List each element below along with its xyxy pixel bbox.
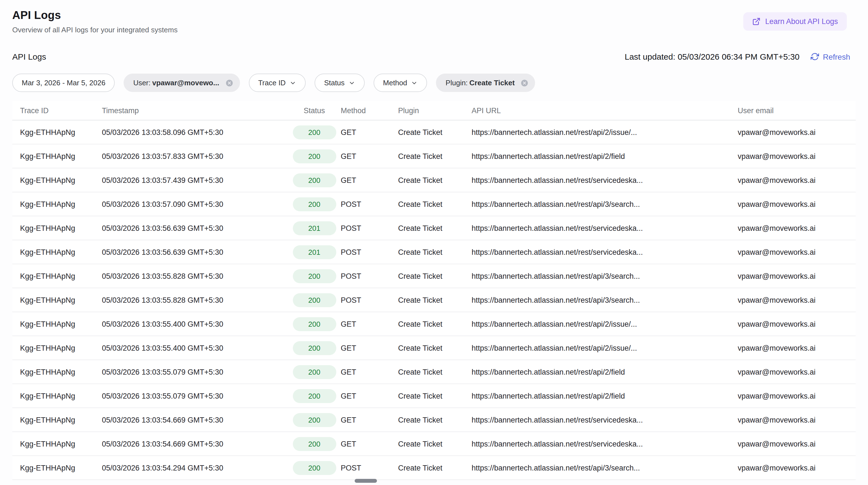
status-badge: 200 [292,293,336,307]
trace-id-cell: Kgg-ETHHApNg [12,384,102,408]
trace-id-cell: Kgg-ETHHApNg [12,120,102,144]
status-badge: 200 [292,125,336,139]
updated-group: Last updated: 05/03/2026 06:34 PM GMT+5:… [625,52,856,61]
table-header: Trace ID Timestamp Status Method Plugin … [12,101,856,120]
user-email-cell: vpawar@moveworks.ai [738,456,856,480]
status-cell: 201 [288,216,341,240]
timestamp-cell: 05/03/2026 13:03:55.400 GMT+5:30 [102,312,288,336]
api-url-cell: https://bannertech.atlassian.net/rest/se… [472,432,738,456]
table-row[interactable]: Kgg-ETHHApNg 05/03/2026 13:03:54.669 GMT… [12,432,856,456]
timestamp-cell: 05/03/2026 13:03:54.669 GMT+5:30 [102,408,288,432]
refresh-label: Refresh [823,52,850,61]
api-url-cell: https://bannertech.atlassian.net/rest/ap… [472,144,738,168]
api-url-cell: https://bannertech.atlassian.net/rest/ap… [472,312,738,336]
api-url-cell: https://bannertech.atlassian.net/rest/ap… [472,456,738,480]
api-url-cell: https://bannertech.atlassian.net/rest/ap… [472,264,738,288]
learn-button-label: Learn About API Logs [765,17,838,26]
method-cell: POST [341,240,398,264]
timestamp-cell: 05/03/2026 13:03:55.828 GMT+5:30 [102,288,288,312]
timestamp-cell: 05/03/2026 13:03:57.439 GMT+5:30 [102,168,288,192]
api-url-cell: https://bannertech.atlassian.net/rest/ap… [472,336,738,360]
plugin-cell: Create Ticket [398,120,472,144]
table-row[interactable]: Kgg-ETHHApNg 05/03/2026 13:03:55.828 GMT… [12,288,856,312]
table-row[interactable]: Kgg-ETHHApNg 05/03/2026 13:03:54.294 GMT… [12,456,856,480]
status-cell: 200 [288,336,341,360]
timestamp-cell: 05/03/2026 13:03:55.828 GMT+5:30 [102,264,288,288]
log-table-container: Trace ID Timestamp Status Method Plugin … [0,101,868,480]
table-row[interactable]: Kgg-ETHHApNg 05/03/2026 13:03:58.096 GMT… [12,120,856,144]
plugin-filter-close-icon[interactable] [520,78,529,87]
method-cell: POST [341,216,398,240]
table-row[interactable]: Kgg-ETHHApNg 05/03/2026 13:03:56.639 GMT… [12,216,856,240]
trace-id-cell: Kgg-ETHHApNg [12,336,102,360]
method-cell: POST [341,456,398,480]
trace-id-cell: Kgg-ETHHApNg [12,360,102,384]
timestamp-cell: 05/03/2026 13:03:55.400 GMT+5:30 [102,336,288,360]
table-row[interactable]: Kgg-ETHHApNg 05/03/2026 13:03:55.400 GMT… [12,312,856,336]
table-row[interactable]: Kgg-ETHHApNg 05/03/2026 13:03:55.079 GMT… [12,384,856,408]
user-email-cell: vpawar@moveworks.ai [738,144,856,168]
plugin-filter-chip[interactable]: Plugin:Create Ticket [436,74,535,92]
user-email-cell: vpawar@moveworks.ai [738,408,856,432]
trace-id-cell: Kgg-ETHHApNg [12,144,102,168]
table-row[interactable]: Kgg-ETHHApNg 05/03/2026 13:03:55.828 GMT… [12,264,856,288]
status-badge: 200 [292,461,336,475]
learn-about-api-logs-button[interactable]: Learn About API Logs [744,12,847,31]
plugin-cell: Create Ticket [398,240,472,264]
plugin-cell: Create Ticket [398,168,472,192]
user-email-cell: vpawar@moveworks.ai [738,120,856,144]
status-cell: 200 [288,264,341,288]
status-cell: 200 [288,288,341,312]
method-cell: GET [341,408,398,432]
method-cell: GET [341,336,398,360]
date-range-filter[interactable]: Mar 3, 2026 - Mar 5, 2026 [12,74,115,92]
trace-id-cell: Kgg-ETHHApNg [12,312,102,336]
user-email-cell: vpawar@moveworks.ai [738,168,856,192]
chevron-down-icon [411,79,418,86]
table-row[interactable]: Kgg-ETHHApNg 05/03/2026 13:03:55.079 GMT… [12,360,856,384]
table-row[interactable]: Kgg-ETHHApNg 05/03/2026 13:03:54.669 GMT… [12,408,856,432]
method-cell: GET [341,360,398,384]
table-row[interactable]: Kgg-ETHHApNg 05/03/2026 13:03:57.090 GMT… [12,192,856,216]
trace-id-filter[interactable]: Trace ID [249,74,306,92]
method-filter[interactable]: Method [374,74,427,92]
date-range-label: Mar 3, 2026 - Mar 5, 2026 [22,79,105,87]
status-badge: 200 [292,269,336,283]
user-filter-close-icon[interactable] [225,78,234,87]
user-email-cell: vpawar@moveworks.ai [738,336,856,360]
plugin-cell: Create Ticket [398,336,472,360]
external-link-icon [752,17,761,26]
status-badge: 200 [292,173,336,187]
timestamp-cell: 05/03/2026 13:03:57.833 GMT+5:30 [102,144,288,168]
table-row[interactable]: Kgg-ETHHApNg 05/03/2026 13:03:56.639 GMT… [12,240,856,264]
status-badge: 201 [292,245,336,259]
timestamp-cell: 05/03/2026 13:03:55.079 GMT+5:30 [102,384,288,408]
refresh-button[interactable]: Refresh [811,52,856,61]
col-header-api-url: API URL [472,101,738,120]
trace-id-cell: Kgg-ETHHApNg [12,456,102,480]
user-email-cell: vpawar@moveworks.ai [738,360,856,384]
timestamp-cell: 05/03/2026 13:03:56.639 GMT+5:30 [102,240,288,264]
table-row[interactable]: Kgg-ETHHApNg 05/03/2026 13:03:57.439 GMT… [12,168,856,192]
user-email-cell: vpawar@moveworks.ai [738,240,856,264]
plugin-cell: Create Ticket [398,384,472,408]
table-row[interactable]: Kgg-ETHHApNg 05/03/2026 13:03:57.833 GMT… [12,144,856,168]
status-badge: 200 [292,197,336,211]
trace-id-cell: Kgg-ETHHApNg [12,432,102,456]
table-row[interactable]: Kgg-ETHHApNg 05/03/2026 13:03:55.400 GMT… [12,336,856,360]
plugin-cell: Create Ticket [398,216,472,240]
method-cell: GET [341,168,398,192]
col-header-trace-id: Trace ID [12,101,102,120]
method-cell: GET [341,432,398,456]
method-cell: GET [341,120,398,144]
status-cell: 200 [288,312,341,336]
method-cell: POST [341,192,398,216]
status-filter[interactable]: Status [315,74,365,92]
method-cell: GET [341,312,398,336]
horizontal-scrollbar-thumb[interactable] [355,479,377,483]
api-url-cell: https://bannertech.atlassian.net/rest/se… [472,240,738,264]
user-filter-chip[interactable]: User:vpawar@movewo... [124,74,240,92]
timestamp-cell: 05/03/2026 13:03:58.096 GMT+5:30 [102,120,288,144]
trace-id-cell: Kgg-ETHHApNg [12,168,102,192]
section-bar: API Logs Last updated: 05/03/2026 06:34 … [0,52,868,61]
